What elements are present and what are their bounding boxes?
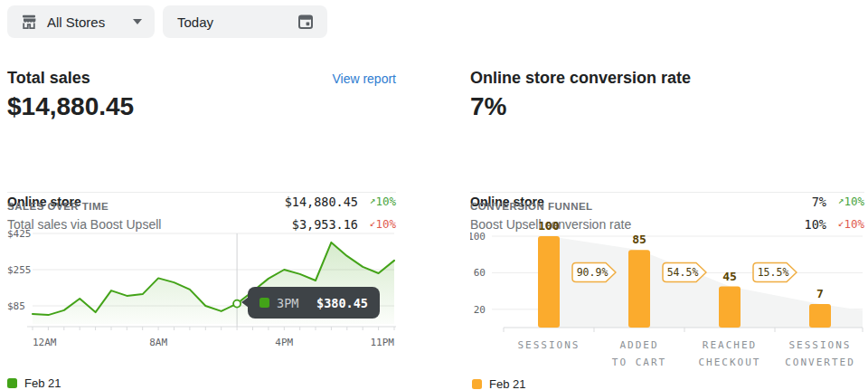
chevron-down-icon xyxy=(133,19,142,24)
x-axis-label: 8AM xyxy=(149,337,167,348)
conversion-badge-label: 15.5% xyxy=(758,266,789,279)
hover-point[interactable] xyxy=(233,300,241,308)
bar-value-label: 100 xyxy=(538,222,560,233)
tooltip-series-swatch xyxy=(259,298,269,308)
total-sales-value: $14,880.45 xyxy=(7,92,134,121)
conversion-rate-card: Online store conversion rate 7% Online s… xyxy=(470,54,864,390)
conversion-funnel-header: CONVERSION FUNNEL xyxy=(470,192,864,212)
total-sales-card: Total sales View report $14,880.45 Onlin… xyxy=(7,54,396,390)
conversion-badge-label: 90.9% xyxy=(577,266,609,279)
funnel-bar[interactable] xyxy=(719,287,741,328)
dashboard: All Stores Today Total sales View report… xyxy=(0,0,868,390)
sales-legend: Feb 21 xyxy=(7,376,61,390)
bar-value-label: 45 xyxy=(722,270,737,283)
y-axis-label: 60 xyxy=(474,267,486,279)
x-axis-label: 12AM xyxy=(33,337,57,348)
y-axis-label: $85 xyxy=(7,300,25,312)
x-axis-label: 4PM xyxy=(275,337,293,348)
funnel-bar[interactable] xyxy=(809,304,831,328)
funnel-category-label: SESSIONSCONVERTED xyxy=(757,337,868,372)
funnel-bar[interactable] xyxy=(628,250,650,328)
calendar-icon xyxy=(297,13,315,31)
store-filter-label: All Stores xyxy=(47,14,105,30)
bar-value-label: 7 xyxy=(816,287,824,300)
date-filter-label: Today xyxy=(177,14,213,30)
conversion-funnel-chart[interactable]: 10060201008545790.9%54.5%15.5% xyxy=(470,222,864,339)
store-icon xyxy=(20,13,38,31)
legend-swatch-green xyxy=(7,378,17,388)
view-report-link[interactable]: View report xyxy=(332,71,396,86)
chart-tooltip: 3PM $380.45 xyxy=(248,287,380,319)
legend-label: Feb 21 xyxy=(489,377,525,390)
legend-swatch-orange xyxy=(472,379,482,389)
conversion-value: 7% xyxy=(470,92,506,121)
bar-value-label: 85 xyxy=(632,233,646,246)
y-axis-label: 100 xyxy=(470,231,486,243)
y-axis-label: $425 xyxy=(7,228,32,240)
legend-label: Feb 21 xyxy=(24,376,61,390)
funnel-legend: Feb 21 xyxy=(472,377,525,390)
tooltip-value: $380.45 xyxy=(316,296,368,310)
date-filter-button[interactable]: Today xyxy=(163,5,327,38)
x-axis-label: 11PM xyxy=(371,337,395,348)
y-axis-label: $255 xyxy=(7,264,32,276)
total-sales-title: Total sales xyxy=(7,69,90,88)
funnel-bar[interactable] xyxy=(538,236,560,328)
y-axis-label: 20 xyxy=(474,304,486,316)
store-filter-button[interactable]: All Stores xyxy=(7,5,155,38)
sales-over-time-header: SALES OVER TIME xyxy=(7,192,396,212)
conversion-badge-label: 54.5% xyxy=(667,266,699,279)
tooltip-time: 3PM xyxy=(277,296,298,310)
conversion-title: Online store conversion rate xyxy=(470,69,691,88)
